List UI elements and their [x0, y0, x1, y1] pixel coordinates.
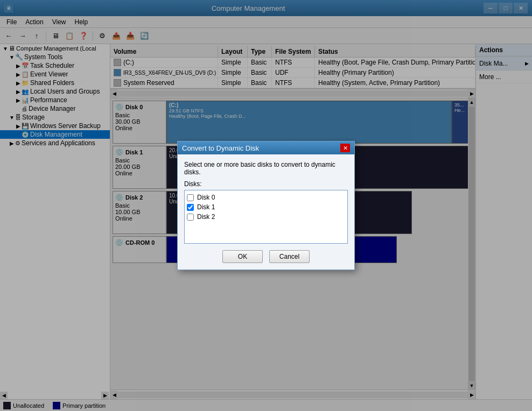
- modal-close-button[interactable]: ✕: [340, 144, 350, 152]
- modal-disks-label: Disks:: [184, 180, 348, 188]
- modal-title: Convert to Dynamic Disk: [182, 144, 259, 152]
- modal-disks-list: Disk 0 Disk 1 Disk 2: [184, 190, 348, 244]
- disk-check-2[interactable]: Disk 2: [187, 212, 345, 222]
- disk-0-checkbox[interactable]: [187, 194, 194, 201]
- ok-button[interactable]: OK: [222, 250, 263, 263]
- disk-2-checkbox[interactable]: [187, 214, 194, 221]
- disk-1-label: Disk 1: [197, 203, 215, 211]
- modal-overlay: Convert to Dynamic Disk ✕ Select one or …: [0, 0, 532, 411]
- disk-2-label: Disk 2: [197, 213, 215, 221]
- cancel-button[interactable]: Cancel: [269, 250, 310, 263]
- modal-body: Select one or more basic disks to conver…: [178, 154, 354, 270]
- modal-buttons: OK Cancel: [184, 250, 348, 263]
- disk-0-label: Disk 0: [197, 194, 215, 201]
- disk-check-1[interactable]: Disk 1: [187, 202, 345, 212]
- modal-title-bar: Convert to Dynamic Disk ✕: [178, 141, 354, 154]
- modal-description: Select one or more basic disks to conver…: [184, 161, 348, 176]
- modal-dialog: Convert to Dynamic Disk ✕ Select one or …: [177, 141, 355, 270]
- disk-1-checkbox[interactable]: [187, 204, 194, 211]
- disk-check-0[interactable]: Disk 0: [187, 193, 345, 202]
